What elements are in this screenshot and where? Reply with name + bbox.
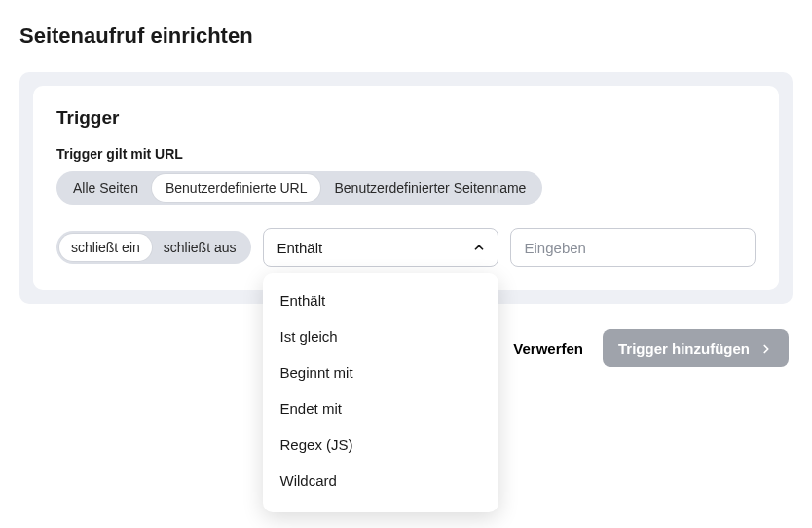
config-panel: Trigger Trigger gilt mit URL Alle Seiten… [19, 72, 793, 304]
add-trigger-button[interactable]: Trigger hinzufügen [603, 329, 789, 367]
discard-button[interactable]: Verwerfen [513, 340, 583, 357]
include-option[interactable]: schließt ein [59, 234, 152, 261]
matcher-select-wrap: Enthält Enthält Ist gleich Beginnt mit E… [263, 228, 498, 267]
value-input[interactable] [510, 228, 756, 267]
matcher-option-endswith[interactable]: Endet mit [263, 391, 498, 427]
url-scope-segmented: Alle Seiten Benutzerdefinierte URL Benut… [56, 171, 542, 205]
condition-row: schließt ein schließt aus Enthält Enthäl… [56, 228, 756, 267]
url-scope-custom-pagename[interactable]: Benutzerdefinierter Seitenname [320, 174, 539, 202]
card-title: Trigger [56, 107, 756, 129]
matcher-selected-label: Enthält [277, 240, 323, 256]
add-trigger-label: Trigger hinzufügen [618, 340, 750, 357]
chevron-right-icon [759, 342, 773, 356]
matcher-dropdown: Enthält Ist gleich Beginnt mit Endet mit… [263, 273, 498, 512]
matcher-option-contains[interactable]: Enthält [263, 283, 498, 319]
url-section-label: Trigger gilt mit URL [56, 146, 756, 162]
url-scope-all-pages[interactable]: Alle Seiten [59, 174, 152, 202]
matcher-option-wildcard[interactable]: Wildcard [263, 463, 498, 499]
exclude-option[interactable]: schließt aus [152, 234, 248, 261]
chevron-up-icon [472, 241, 486, 254]
matcher-option-startswith[interactable]: Beginnt mit [263, 355, 498, 391]
url-scope-custom-url[interactable]: Benutzerdefinierte URL [152, 174, 321, 202]
matcher-select[interactable]: Enthält [263, 228, 498, 267]
trigger-card: Trigger Trigger gilt mit URL Alle Seiten… [33, 86, 779, 290]
page-title: Seitenaufruf einrichten [19, 23, 793, 49]
matcher-option-regex[interactable]: Regex (JS) [263, 427, 498, 463]
include-exclude-segmented: schließt ein schließt aus [56, 231, 251, 264]
matcher-option-equals[interactable]: Ist gleich [263, 319, 498, 355]
